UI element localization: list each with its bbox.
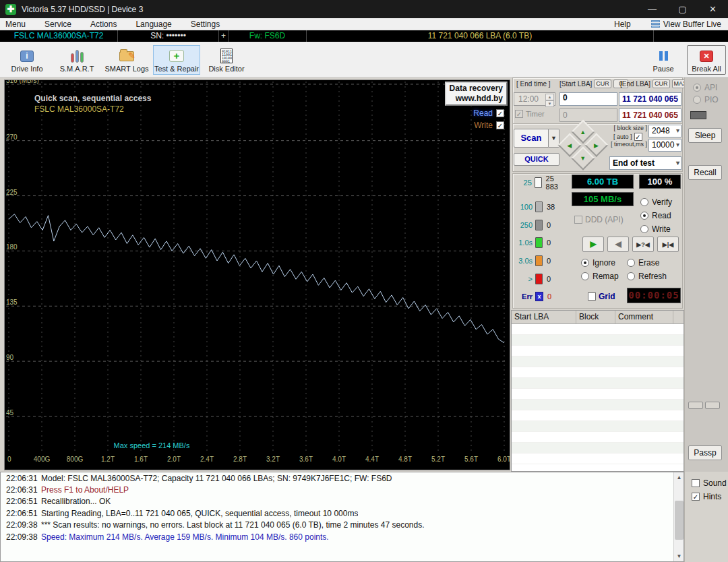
axis-tick-label: 5.6T [464, 456, 478, 463]
device-model[interactable]: FSLC MAL36000SA-T72 [0, 30, 118, 42]
scan-control-panel: [ End time ] 12:00 ▲▼ [Start LBA] CUR 0 … [511, 77, 684, 472]
seek-end-button[interactable]: ▶|◀ [657, 237, 679, 252]
refresh-radio[interactable] [627, 272, 635, 280]
auto-checkbox[interactable]: ✓ [634, 133, 642, 141]
menu-service[interactable]: Service [35, 18, 81, 30]
sound-checkbox[interactable] [692, 479, 700, 487]
scroll-up-icon[interactable]: ▲ [674, 472, 684, 482]
minimize-button[interactable]: — [637, 0, 667, 18]
scroll-thumb[interactable] [675, 501, 684, 540]
test-repair-button[interactable]: +Test & Repair [153, 45, 200, 75]
menu-language[interactable]: Language [126, 18, 181, 30]
pio-radio[interactable] [693, 96, 701, 104]
stat-row-err: Errx0 [511, 290, 568, 303]
log-timestamp: 22:06:31 [1, 474, 41, 483]
sleep-button[interactable]: Sleep [688, 128, 722, 143]
column-comment[interactable]: Comment [615, 311, 673, 323]
stat-row-100: 10038 [511, 201, 568, 213]
hints-label: Hints [703, 492, 721, 501]
stat-count: 0 [547, 239, 551, 247]
end-action-combo[interactable]: End of test [609, 156, 681, 170]
ignore-radio[interactable] [581, 259, 589, 267]
axis-tick-label: 90 [6, 354, 14, 361]
menu-help[interactable]: Help [607, 18, 651, 30]
timer-input[interactable]: 0 [559, 108, 617, 122]
hints-checkbox[interactable]: ✓ [692, 493, 700, 501]
block-size-combo[interactable]: 2048 [648, 125, 681, 137]
seek-question-button[interactable]: ▶?◀ [632, 237, 654, 252]
quick-button[interactable]: QUICK [514, 153, 559, 166]
s-m-a-r-t-button[interactable]: S.M.A.R.T [53, 45, 100, 75]
end-lba-value[interactable]: 11 721 040 065 [619, 92, 681, 106]
play-forward-icon: ▶ [590, 239, 596, 249]
view-buffer-label: View Buffer Live [663, 20, 721, 29]
tiny-right-button[interactable] [705, 402, 720, 409]
log-message: Recallibration... OK [41, 497, 111, 506]
log-scrollbar[interactable]: ▲ ▼ [673, 472, 684, 561]
menu-menu[interactable]: Menu [0, 18, 35, 30]
column-block[interactable]: Block [576, 311, 615, 323]
stat-color-block [535, 237, 543, 248]
erase-label: Erase [638, 258, 659, 268]
timeout-combo[interactable]: 10000 [648, 139, 681, 152]
menu-actions[interactable]: Actions [81, 18, 126, 30]
play-forward-button[interactable]: ▶ [582, 237, 604, 252]
grid-checkbox[interactable] [588, 292, 596, 301]
table-row [512, 378, 684, 389]
tiny-left-button[interactable] [688, 402, 703, 409]
column-start-lba[interactable]: Start LBA [512, 311, 576, 323]
speed-graph-panel: 0400G800G1.2T1.6T2.0T2.4T2.8T3.2T3.6T4.0… [4, 80, 510, 470]
passp-button[interactable]: Passp [688, 445, 722, 460]
drive-info-button[interactable]: iDrive Info [3, 45, 51, 75]
write-checkbox[interactable]: ✓ [496, 121, 504, 129]
play-back-button[interactable]: ◀ [607, 237, 629, 252]
read-radio[interactable] [640, 212, 648, 220]
scroll-down-icon[interactable]: ▼ [674, 551, 684, 561]
erase-radio[interactable] [627, 259, 635, 267]
ddd-checkbox[interactable] [574, 216, 582, 224]
timer-label: Timer [526, 110, 545, 118]
ignore-label: Ignore [593, 258, 615, 268]
table-row [512, 335, 684, 346]
pause-button[interactable]: Pause [646, 45, 681, 75]
start-lba-input[interactable]: 0 [559, 92, 617, 106]
smart-logs-button[interactable]: ✎SMART Logs [103, 45, 150, 75]
recall-button[interactable]: Recall [688, 165, 722, 180]
break-all-button[interactable]: ✕ Break All [687, 45, 726, 75]
scan-button[interactable]: Scan [514, 129, 549, 148]
view-buffer-live-button[interactable]: View Buffer Live [651, 20, 728, 29]
seek-end-icon: ▶|◀ [663, 241, 673, 248]
verify-radio[interactable] [640, 198, 648, 206]
log-message: Press F1 to About/HELP [41, 485, 129, 495]
menu-bar: MenuServiceActionsLanguageSettings Help … [0, 18, 728, 30]
break-all-icon: ✕ [698, 48, 715, 64]
end-lba-label: [End LBA] [620, 80, 650, 88]
end-time-spinner[interactable]: ▲▼ [545, 94, 554, 104]
close-button[interactable]: ✕ [698, 0, 728, 18]
timer-checkbox[interactable]: ✓ [515, 110, 523, 118]
start-lba-label: [Start LBA] [559, 80, 592, 88]
axis-tick-label: 180 [6, 243, 18, 251]
scan-timer-clock: 00:00:05 [627, 288, 681, 303]
remap-radio[interactable] [581, 272, 589, 280]
device-serial[interactable]: SN: ••••••• [118, 30, 219, 42]
axis-tick-label: 400G [34, 456, 51, 463]
api-label: API [704, 83, 717, 92]
write-radio[interactable] [640, 225, 648, 233]
start-lba-cur-button[interactable]: CUR [594, 80, 611, 88]
stat-label: > [511, 275, 533, 283]
end-lba-cur-button[interactable]: CUR [653, 80, 670, 88]
serial-reveal-button[interactable]: + [219, 30, 229, 42]
verify-label: Verify [652, 197, 672, 207]
log-entry: 22:06:31Model: FSLC MAL36000SA-T72; Capa… [1, 472, 684, 484]
end-time-input[interactable]: 12:00 ▲▼ [514, 92, 555, 106]
api-radio[interactable] [693, 84, 701, 92]
disk-editor-button[interactable]: 0101101100111010000001Disk Editor [203, 45, 250, 75]
stat-count: 0 [547, 221, 551, 229]
tool-label: SMART Logs [104, 65, 148, 73]
buffer-icon [651, 20, 660, 28]
maximize-button[interactable]: ▢ [667, 0, 698, 18]
axis-tick-label: 1.2T [101, 456, 115, 463]
menu-settings[interactable]: Settings [181, 18, 229, 30]
read-checkbox[interactable]: ✓ [496, 109, 504, 117]
